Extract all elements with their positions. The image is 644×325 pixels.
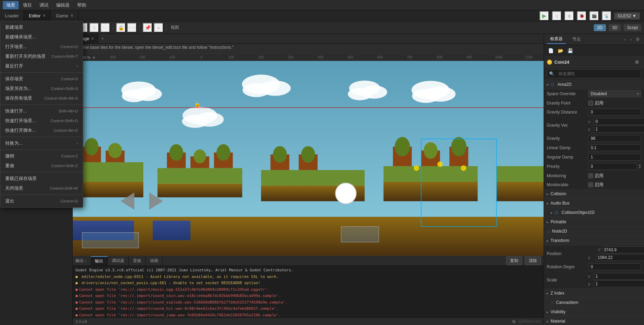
tab-game[interactable]: Game ✕ bbox=[51, 10, 78, 21]
section-visibility[interactable]: ▸ Visibility bbox=[544, 307, 644, 317]
inspector-next-btn[interactable]: › bbox=[629, 36, 633, 43]
menu-reopen-scene[interactable]: 重新打开关闭的场景 Control+Shift+T bbox=[0, 52, 83, 61]
output-tab-debugger[interactable]: 调试器 bbox=[108, 256, 129, 265]
section-area2d[interactable]: ▾ ⬡ Area2D bbox=[544, 80, 644, 89]
position-x-input[interactable] bbox=[602, 246, 644, 253]
pause-btn[interactable]: ⏸ bbox=[552, 11, 562, 21]
mode-3d-btn[interactable]: 3D bbox=[609, 24, 621, 31]
prop-scale: Scale x y bbox=[544, 272, 644, 289]
output-tab-animation[interactable]: 动画 bbox=[146, 256, 163, 265]
inspector-settings-btn[interactable]: ⚙ bbox=[634, 36, 641, 43]
output-tab-audio[interactable]: 音效 bbox=[129, 256, 146, 265]
gravity-distance-input[interactable] bbox=[588, 109, 641, 116]
scale-x-input[interactable] bbox=[594, 273, 644, 280]
menu-new-inherited[interactable]: 新建继承场景... bbox=[0, 32, 83, 42]
gravity-point-checkbox[interactable] bbox=[588, 101, 593, 106]
tool-link[interactable]: ⟷ bbox=[127, 23, 137, 33]
play-btn[interactable]: ▶ bbox=[539, 11, 549, 21]
menu-open-scene[interactable]: 打开场景... Control+O bbox=[0, 42, 83, 52]
monitoring-checkbox[interactable] bbox=[588, 173, 593, 178]
menu-quick-open-scene[interactable]: 快速打开场景... Control+Shift+O bbox=[0, 116, 83, 126]
svg-point-6 bbox=[134, 87, 162, 101]
priority-down-arrow[interactable]: ▼ bbox=[638, 166, 641, 169]
ruler-100: 100 bbox=[216, 55, 246, 59]
rotation-degre-input[interactable] bbox=[588, 263, 641, 270]
output-tab-output[interactable]: 输出 bbox=[91, 256, 108, 265]
script-btn[interactable]: Script bbox=[624, 24, 641, 31]
menu-convert-to[interactable]: 转换为... › bbox=[0, 138, 83, 148]
gles-selector[interactable]: GLES2 ▼ bbox=[614, 12, 640, 19]
menu-save-scene[interactable]: 保存场景 Control+S bbox=[0, 74, 83, 84]
section-collision-obj2d[interactable]: ▸ ⬡ CollisionObject2D bbox=[544, 208, 644, 217]
node-settings-btn[interactable]: ⚙ bbox=[633, 58, 641, 66]
canvas-viewport[interactable]: 🔒 bbox=[73, 61, 544, 256]
menu-help[interactable]: 帮助 bbox=[74, 1, 90, 9]
position-y-input[interactable] bbox=[596, 254, 644, 261]
insp-tool-new[interactable]: 📄 bbox=[547, 46, 555, 55]
debug-btn[interactable]: 🐞 bbox=[577, 11, 587, 21]
tool-more[interactable]: ⋯ bbox=[100, 23, 110, 33]
monitorable-checkbox[interactable] bbox=[588, 182, 593, 187]
tool-lock[interactable]: 🔒 bbox=[116, 23, 126, 33]
tool-dot[interactable]: ● bbox=[154, 23, 163, 33]
menu-quick-open-script-label: 快速打开脚本... bbox=[5, 127, 36, 134]
filter-input[interactable] bbox=[556, 70, 639, 77]
gravity-vec-y-row: y bbox=[588, 126, 644, 133]
menu-save-as[interactable]: 场景另存为... Control+Shift+S bbox=[0, 84, 83, 93]
section-collision[interactable]: ▸ Collision bbox=[544, 189, 644, 199]
clear-btn[interactable]: 清除 bbox=[525, 256, 541, 265]
menu-quit[interactable]: 退出 Control+Q bbox=[0, 196, 83, 206]
angular-damp-input[interactable] bbox=[588, 154, 641, 161]
inspector-prev-btn[interactable]: ‹ bbox=[623, 36, 627, 43]
priority-input[interactable] bbox=[588, 163, 637, 170]
tool-snap-v[interactable]: ⇅ bbox=[89, 23, 99, 33]
insp-tool-save[interactable]: 💾 bbox=[566, 46, 574, 55]
movie-btn[interactable]: 🎬 bbox=[589, 11, 599, 21]
menu-redo[interactable]: 重做 Control+Shift+Z bbox=[0, 161, 83, 171]
stop-btn[interactable]: ⏹ bbox=[564, 11, 574, 21]
linear-damp-input[interactable] bbox=[588, 144, 641, 151]
gravity-vec-y-input[interactable] bbox=[594, 126, 644, 133]
stage-tab-close-icon[interactable]: ✕ bbox=[91, 37, 94, 40]
tab-game-close[interactable]: ✕ bbox=[70, 13, 73, 18]
space-override-dropdown[interactable]: Disabled ▾ bbox=[588, 90, 641, 97]
tab-editor-close[interactable]: ✕ bbox=[43, 13, 46, 18]
remote-btn[interactable]: 📡 bbox=[602, 11, 611, 21]
section-transform[interactable]: ▸ Transform bbox=[544, 236, 644, 245]
menu-scene[interactable]: 场景 bbox=[3, 1, 19, 9]
menu-new-scene[interactable]: 新建场景 bbox=[0, 22, 83, 32]
tab-editor[interactable]: Editor ✕ bbox=[24, 10, 51, 21]
add-stage-tab[interactable]: + bbox=[98, 36, 107, 41]
scale-y-input[interactable] bbox=[594, 280, 644, 287]
canvas-wrapper: 100 % + -300 -200 -100 0 100 200 300 400… bbox=[73, 54, 544, 256]
mode-2d-btn[interactable]: 2D bbox=[594, 24, 606, 31]
menu-debug[interactable]: 调试 bbox=[36, 1, 52, 9]
menu-close-scene[interactable]: 关闭场景 Control+Shift+W bbox=[0, 183, 83, 193]
menu-undo[interactable]: 撤销 Control+Z bbox=[0, 151, 83, 161]
menu-recent-open[interactable]: 最近打开 › bbox=[0, 61, 83, 71]
inspector-tab-inspector[interactable]: 检查器 bbox=[547, 35, 566, 44]
menu-project[interactable]: 项目 bbox=[19, 1, 35, 9]
tab-loader[interactable]: Loader bbox=[0, 10, 24, 21]
zoom-plus-btn[interactable]: + bbox=[92, 55, 95, 60]
section-pickable[interactable]: ▸ Pickable bbox=[544, 217, 644, 227]
section-audio-bus[interactable]: ▸ Audio Bus bbox=[544, 199, 644, 208]
section-node2d[interactable]: ◌ Node2D bbox=[544, 227, 644, 236]
tool-pin[interactable]: 📌 bbox=[143, 23, 152, 33]
copy-btn[interactable]: 复制 bbox=[506, 256, 522, 265]
menu-quick-open-script[interactable]: 快速打开脚本... Control+Alt+O bbox=[0, 126, 83, 135]
menu-quick-open[interactable]: 快速打开... Shift+Alt+O bbox=[0, 106, 83, 116]
inspector-tab-node[interactable]: 节点 bbox=[569, 35, 584, 44]
menu-save-all[interactable]: 保存所有场景 Control+Shift+Alt+S bbox=[0, 93, 83, 103]
section-z-index[interactable]: ▸ Z Index bbox=[544, 289, 644, 298]
info-banner: edit the base tiles for the tileset, ope… bbox=[73, 44, 544, 54]
section-material[interactable]: ▸ Material bbox=[544, 317, 644, 325]
menu-editor[interactable]: 编辑器 bbox=[53, 1, 73, 9]
section-canvas-item[interactable]: ◌ CanvasItem bbox=[544, 298, 644, 307]
position-reset-btn[interactable]: ↺ bbox=[597, 247, 601, 252]
scene-dropdown: 新建场景 新建继承场景... 打开场景... Control+O 重新打开关闭的… bbox=[0, 21, 83, 208]
insp-tool-open[interactable]: 📂 bbox=[556, 46, 565, 55]
gravity-input[interactable] bbox=[588, 135, 641, 142]
gravity-vec-x-input[interactable] bbox=[594, 118, 644, 125]
menu-reload-saved[interactable]: 重载已保存场景 bbox=[0, 174, 83, 183]
